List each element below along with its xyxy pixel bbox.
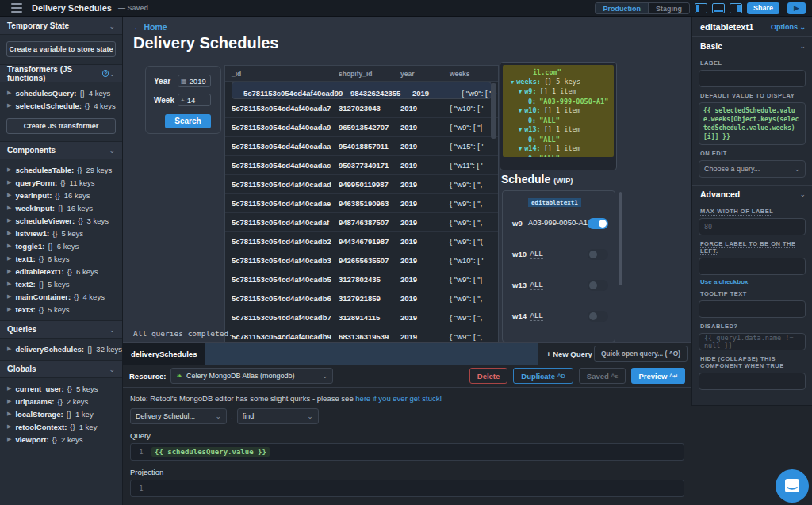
new-query-button[interactable]: + New Query — [546, 343, 592, 365]
projection-code-editor[interactable]: 1 — [130, 480, 684, 497]
table-row[interactable]: 5c781153c054cd4af40cadb9 683136319539 20… — [225, 327, 498, 342]
tree-item[interactable]: ▶ editabletext1: {} 6 keys — [0, 265, 122, 277]
table-row[interactable]: 5c781153c054cd4af40cadb5 3127802435 2019… — [225, 270, 498, 289]
section-advanced[interactable]: Advanced ⌄ — [692, 186, 812, 203]
table-row[interactable]: 5c781153c054cd4af40cadae 946385190963 20… — [225, 194, 498, 213]
json-line[interactable]: 0:"ALL" — [506, 117, 614, 126]
week-toggle[interactable] — [588, 280, 608, 291]
share-button[interactable]: Share — [747, 2, 779, 14]
table-row[interactable]: 5c781153c054cd4af40cada9 965913542707 20… — [225, 118, 498, 137]
query-code-editor[interactable]: 1 {{ schedulesQuery.value }} — [130, 443, 684, 461]
query-tab-deliverySchedules[interactable]: deliverySchedules — [123, 343, 205, 365]
week-toggle[interactable] — [588, 249, 608, 260]
toggle-bottom-panel-icon[interactable] — [712, 3, 725, 13]
delete-query-button[interactable]: Delete — [469, 368, 508, 384]
default-value-code-input[interactable]: {{ selectedSchedule.value.weeks[Object.k… — [699, 102, 806, 145]
tree-item[interactable]: ▶ text2: {} 5 keys — [0, 277, 122, 290]
collection-select[interactable]: Delivery Schedul... ⌄ — [130, 408, 227, 424]
editable-text-value[interactable]: A03-999-0050-A1 — [528, 218, 588, 228]
table-scrollbar[interactable] — [491, 83, 496, 139]
section-basic[interactable]: Basic ⌄ — [692, 37, 812, 55]
table-row[interactable]: 5c781153c054cd4af40cadaf 948746387507 20… — [225, 213, 498, 232]
staging-toggle[interactable]: Staging — [649, 3, 689, 13]
tree-item[interactable]: ▶ current_user: {} 5 keys — [0, 382, 122, 395]
section-globals[interactable]: Globals ⌄ — [0, 360, 122, 378]
table-row[interactable]: 5c781153c054cd4af40cada7 3127023043 2019… — [225, 99, 498, 118]
section-queries[interactable]: Queries ⌄ — [0, 320, 122, 339]
tree-item[interactable]: ▶ mainContainer: {} 4 keys — [0, 290, 122, 303]
year-input[interactable]: ▦ 2019 — [178, 75, 211, 87]
home-link[interactable]: ← Home — [133, 22, 167, 32]
week-toggle[interactable] — [588, 311, 608, 322]
json-line[interactable]: ▼w10:[] 1 item — [506, 106, 614, 117]
week-input[interactable]: + 14 — [178, 94, 211, 106]
tree-item[interactable]: ▶ schedulesQuery: {} 4 keys — [0, 86, 122, 99]
resource-select[interactable]: ❧ Celery MongoDB Atlas (mongodb) ⌄ — [170, 368, 333, 384]
tree-item[interactable]: ▶ text1: {} 6 keys — [0, 252, 122, 265]
table-column-header[interactable]: year — [394, 66, 443, 81]
tree-item[interactable]: ▶ deliverySchedules: {} 32 keys — [0, 342, 122, 355]
support-chat-button[interactable] — [776, 469, 809, 503]
table-column-header[interactable]: _id — [225, 66, 332, 81]
help-icon[interactable]: ? — [102, 70, 109, 77]
editable-text-value[interactable]: ALL — [530, 311, 543, 321]
options-menu-button[interactable]: Options ⌄ — [771, 23, 806, 31]
table-row[interactable]: 5c781153c054cd4af40cadb6 3127921859 2019… — [225, 289, 498, 308]
week-toggle[interactable] — [588, 218, 608, 229]
table-column-header[interactable]: weeks — [443, 66, 485, 81]
preview-button[interactable]: Preview^↵ — [631, 368, 685, 384]
json-line[interactable]: ▼weeks:{} 5 keys — [506, 78, 614, 88]
use-checkbox-link[interactable]: Use a checkbox — [700, 278, 804, 285]
json-line[interactable]: ▼w14:[] 1 item — [506, 144, 614, 155]
toggle-right-panel-icon[interactable] — [730, 3, 742, 13]
get-stuck-help-link[interactable]: here if you ever get stuck! — [355, 394, 442, 403]
hide-component-input[interactable] — [699, 373, 806, 390]
json-line[interactable]: 0:"ALL" — [506, 136, 614, 145]
tree-item[interactable]: ▶ weekInput: {} 16 keys — [0, 201, 122, 214]
table-row[interactable]: 5c781153c054cd4af40cadb2 944346791987 20… — [225, 232, 498, 251]
table-row[interactable]: 5c781153c054cd4af40cadb7 3128914115 2019… — [225, 308, 498, 327]
label-input[interactable] — [699, 70, 806, 87]
json-line[interactable]: ▼w9:[] 1 item — [506, 87, 614, 98]
table-row[interactable]: 5c781153c054cd4af40cad99 984326242355 20… — [232, 82, 492, 99]
hamburger-menu-icon[interactable] — [11, 1, 22, 15]
tree-item[interactable]: ▶ retoolContext: {} 1 key — [0, 420, 122, 433]
json-line[interactable]: 0:"A03-999-0050-A1" — [506, 98, 614, 107]
editable-text-value[interactable]: ALL — [530, 249, 543, 259]
table-row[interactable]: 5c781153c054cd4af40cadad 949950119987 20… — [225, 175, 498, 194]
json-line[interactable]: ▼w13:[] 1 item — [506, 125, 614, 136]
section-temporary-state[interactable]: Temporary State ⌄ — [0, 17, 122, 35]
editable-text-value[interactable]: ALL — [530, 280, 543, 290]
section-components[interactable]: Components ⌄ — [0, 141, 122, 159]
tree-item[interactable]: ▶ urlparams: {} 2 keys — [0, 395, 122, 407]
disabled-input[interactable]: {{ query1.data.name != null }} — [699, 333, 806, 350]
tree-item[interactable]: ▶ scheduleViewer: {} 3 keys — [0, 214, 122, 227]
create-variable-button[interactable]: Create a variable to store state — [6, 41, 116, 57]
tree-item[interactable]: ▶ text3: {} 5 keys — [0, 303, 122, 316]
toggle-left-panel-icon[interactable] — [695, 3, 707, 13]
tree-item[interactable]: ▶ toggle1: {} 6 keys — [0, 239, 122, 252]
tree-item[interactable]: ▶ selectedSchedule: {} 4 keys — [0, 99, 122, 112]
duplicate-query-button[interactable]: Duplicate^D — [513, 368, 573, 384]
quick-open-query-button[interactable]: Quick open query... ( ^O) — [594, 346, 688, 362]
search-button[interactable]: Search — [165, 114, 211, 128]
tree-item[interactable]: ▶ queryForm: {} 11 keys — [0, 176, 122, 189]
tooltip-text-input[interactable] — [699, 300, 806, 318]
table-row[interactable]: 5c781153c054cd4af40cadaa 954018857011 20… — [225, 137, 498, 156]
force-label-left-input[interactable] — [699, 258, 806, 275]
tree-item[interactable]: ▶ yearInput: {} 16 keys — [0, 189, 122, 201]
on-edit-query-select[interactable]: Choose a query... ⌄ — [699, 160, 806, 178]
schedule-scrollbar[interactable] — [619, 192, 622, 285]
max-width-input[interactable]: 80 — [699, 218, 806, 235]
method-select[interactable]: find ⌄ — [237, 408, 319, 424]
tree-item[interactable]: ▶ listview1: {} 5 keys — [0, 227, 122, 239]
json-line[interactable]: il.com" — [506, 68, 614, 78]
production-toggle[interactable]: Production — [596, 3, 649, 13]
table-column-header[interactable]: shopify_id — [332, 66, 394, 81]
create-js-transformer-button[interactable]: Create JS transformer — [6, 118, 116, 134]
table-row[interactable]: 5c781153c054cd4af40cadac 950377349171 20… — [225, 156, 498, 175]
tree-item[interactable]: ▶ schedulesTable: {} 29 keys — [0, 163, 122, 176]
section-transformers[interactable]: Transformers (JS functions) ? ⌄ — [0, 64, 122, 82]
tree-item[interactable]: ▶ viewport: {} 2 keys — [0, 433, 122, 446]
table-row[interactable]: 5c781153c054cd4af40cadb3 942655635507 20… — [225, 251, 498, 270]
